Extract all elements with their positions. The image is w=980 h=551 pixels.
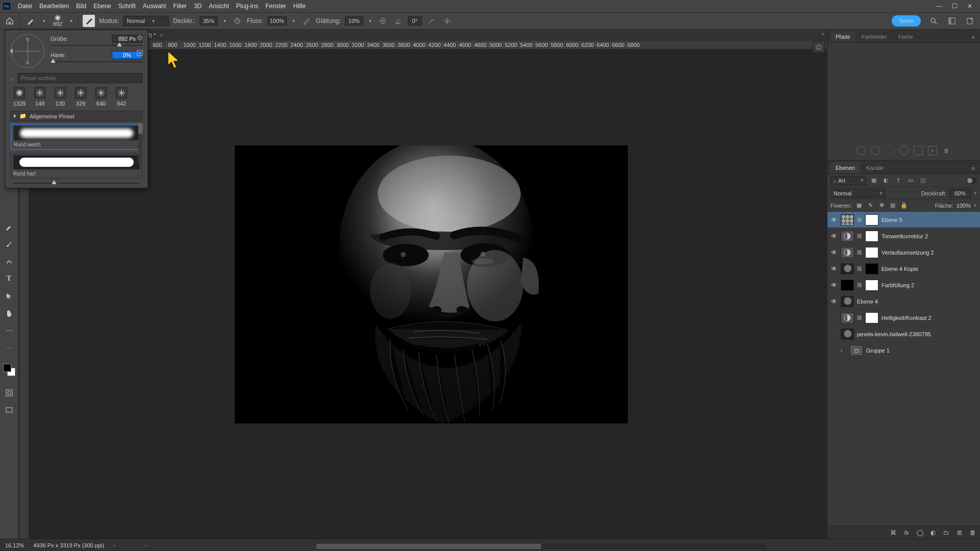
filter-pixel-icon[interactable]: ▦ [869,176,878,185]
home-icon[interactable] [4,15,15,27]
flow-field[interactable]: 100% [267,16,287,26]
pressure-size-icon[interactable] [426,15,437,27]
layer-fx-icon[interactable]: fx [902,529,911,537]
tab-layers[interactable]: Ebenen [830,162,860,173]
screenmode-icon[interactable] [4,405,15,416]
close-tab-icon[interactable]: × [160,32,163,38]
layer-row[interactable]: ›🗀Gruppe 1 [827,342,980,359]
chevron-down-icon[interactable]: ▾ [368,18,373,23]
edit-toolbar-icon[interactable]: ⋯ [4,342,15,354]
menu-bearbeiten[interactable]: Bearbeiten [36,1,72,11]
layer-fill-field[interactable]: 100% [957,203,971,209]
layer-opacity-field[interactable]: 60% [949,189,971,198]
tab-channels[interactable]: Kanäle [861,162,889,173]
panel-menu-icon[interactable]: ≡ [970,163,977,173]
selection-from-path-icon[interactable] [885,146,894,155]
layer-name[interactable]: Ebene 4 [857,298,977,305]
layer-row[interactable]: ⛓Helligkeit/Kontrast 2 [827,310,980,326]
visibility-icon[interactable]: 👁 [830,233,838,240]
layer-thumbnail[interactable] [841,214,854,226]
new-group-icon[interactable]: 🗀 [942,529,950,537]
layer-thumbnail[interactable] [841,296,854,307]
layer-mask-thumbnail[interactable] [865,247,878,258]
export-icon[interactable] [965,15,976,27]
link-icon[interactable]: ⛓ [857,282,862,288]
tab-swatches[interactable]: Farbfelder [856,31,892,42]
layer-name[interactable]: Verlaufsumsetzung 2 [881,249,977,256]
layer-thumbnail[interactable] [841,329,854,340]
layer-mask-thumbnail[interactable] [865,263,878,274]
menu-3d[interactable]: 3D [190,1,205,11]
new-preset-icon[interactable] [136,49,143,58]
add-mask-icon[interactable] [914,146,923,155]
layer-row[interactable]: pexels-kevin-bidwell-2380795 [827,326,980,342]
gear-icon[interactable] [136,34,143,42]
filter-shape-icon[interactable]: ▭ [906,176,915,185]
lock-transparency-icon[interactable]: ▦ [855,202,863,210]
hand-tool-icon[interactable] [4,308,15,319]
pressure-opacity-icon[interactable] [232,15,243,27]
link-icon[interactable]: ⛓ [857,249,862,255]
visibility-icon[interactable]: 👁 [830,298,838,305]
properties-stub-icon[interactable] [813,41,825,53]
layer-mask-thumbnail[interactable] [865,231,878,242]
menu-auswahl[interactable]: Auswahl [139,1,169,11]
layer-mask-thumbnail[interactable] [865,312,878,323]
layer-row[interactable]: 👁⛓Ebene 5 [827,212,980,228]
delete-layer-icon[interactable]: 🗑 [969,529,977,537]
filter-adjust-icon[interactable]: ◐ [881,176,891,185]
layer-row[interactable]: 👁Ebene 4 [827,293,980,310]
delete-path-icon[interactable]: 🗑 [942,146,951,155]
brush-settings-icon[interactable] [83,15,95,27]
opacity-field[interactable]: 35% [200,16,218,26]
search-icon[interactable] [928,15,939,27]
layer-filter-kind[interactable]: ⌕ Art ▾ [830,176,866,185]
link-layers-icon[interactable]: ⌘ [889,529,897,537]
add-mask-icon[interactable]: ◯ [916,529,924,537]
minimize-button[interactable]: — [932,2,946,11]
horizontal-scrollbar[interactable] [316,544,766,549]
visibility-icon[interactable]: 👁 [830,282,838,289]
menu-plug-ins[interactable]: Plug-ins [233,1,262,11]
menu-ebene[interactable]: Ebene [90,1,115,11]
layer-mask-thumbnail[interactable] [865,280,878,291]
lock-nested-icon[interactable]: ▥ [889,202,897,210]
lock-all-icon[interactable]: 🔒 [900,202,908,210]
filter-text-icon[interactable]: T [894,176,903,185]
lock-position-icon[interactable]: ✥ [877,202,886,210]
brush-preset[interactable]: 130 [53,87,68,107]
blend-mode-dropdown[interactable]: Normal▾ [123,16,169,26]
menu-hilfe[interactable]: Hilfe [290,1,309,11]
angle-field[interactable]: 0° [408,16,422,26]
layer-thumbnail[interactable] [841,247,854,258]
layer-thumbnail[interactable] [841,263,854,274]
more-tools-icon[interactable]: ⋯ [4,325,15,336]
visibility-icon[interactable]: 👁 [830,249,838,256]
share-button[interactable]: Teilen [892,15,921,27]
brush-angle-widget[interactable] [11,34,44,68]
brush-size-slider[interactable] [51,45,142,46]
layer-name[interactable]: Ebene 4 Kopie [881,266,977,272]
layer-row[interactable]: 👁⛓Ebene 4 Kopie [827,261,980,277]
brush-hardness-slider[interactable] [51,61,142,62]
menu-bild[interactable]: Bild [72,1,90,11]
lock-image-icon[interactable]: ✎ [866,202,874,210]
brush-preset[interactable]: 640 [93,87,109,107]
smoothing-field[interactable]: 10% [345,16,363,26]
brush-preview[interactable]: 892 [51,14,64,28]
layer-blend-dropdown[interactable]: Normal▾ [830,189,886,198]
layer-row[interactable]: 👁⛓Verlaufsumsetzung 2 [827,244,980,261]
menu-ansicht[interactable]: Ansicht [205,1,232,11]
tool-preset-icon[interactable] [24,14,37,28]
eyedropper-tool-icon[interactable] [4,221,15,232]
stroke-path-icon[interactable] [871,146,880,155]
link-icon[interactable]: ⛓ [857,266,862,271]
path-from-selection-icon[interactable] [897,144,910,157]
brush-preset[interactable]: 329 [73,87,88,107]
chevron-right-icon[interactable]: › [841,347,847,353]
collapse-panels-icon[interactable]: « [819,30,827,38]
clone-stamp-tool-icon[interactable] [4,256,15,267]
menu-schrift[interactable]: Schrift [115,1,139,11]
layer-thumbnail[interactable] [841,312,854,323]
chevron-down-icon[interactable]: ▾ [291,18,297,23]
